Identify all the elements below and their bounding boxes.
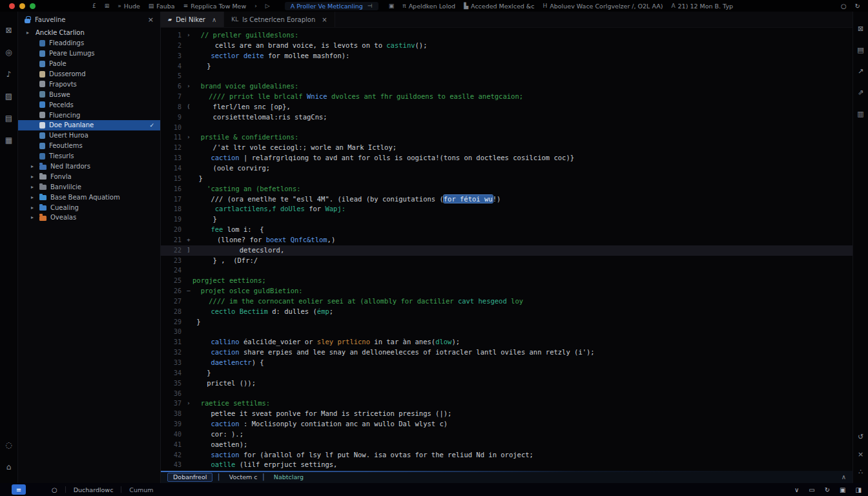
code-line[interactable]: 9corsietttelomal:ris stagCns; — [161, 112, 852, 123]
code-line[interactable]: 11›prstile & confidertions: — [161, 132, 852, 143]
code-line[interactable]: 23} , (Dfr:/ — [161, 256, 852, 266]
right-toolbar-icon[interactable]: ↗ — [858, 61, 863, 82]
code-line[interactable]: 20fee lom i: { — [161, 225, 852, 235]
code-line[interactable]: 29} — [161, 317, 852, 327]
status-icon[interactable]: ◨ — [856, 486, 862, 493]
code-line[interactable]: 2cells are an brand voice, is levots on … — [161, 41, 852, 51]
right-toolbar-icon[interactable]: ⊠ — [858, 18, 863, 39]
right-toolbar-icon[interactable]: ▥ — [857, 103, 863, 125]
code-line[interactable]: 35prictel ()); — [161, 378, 852, 389]
status-icon[interactable]: ↻ — [825, 486, 830, 493]
titlebar-menu-item[interactable]: ▷ — [265, 3, 270, 9]
code-line[interactable]: 40cor: ).; — [161, 429, 852, 440]
file-tree-item[interactable]: Fluencing — [18, 110, 160, 120]
window-controls[interactable] — [0, 3, 36, 9]
code-line[interactable]: 24 — [161, 265, 852, 276]
maximize-window-button[interactable] — [30, 3, 36, 9]
code-line[interactable]: 6›brand voice guldealines: — [161, 81, 852, 92]
file-tree-item[interactable]: Doe Puanlane✓ — [18, 120, 160, 130]
folder-tree-item[interactable]: ▸Ovealas — [18, 212, 160, 223]
bottom-bar-item[interactable]: Voctem c — [229, 473, 258, 480]
status-label-primary[interactable]: Duchardlowc — [74, 486, 114, 493]
code-line[interactable]: 21+(llone? for boext Qnfc&tlom,) — [161, 235, 852, 245]
titlebar-menu-item[interactable]: £ — [92, 3, 96, 9]
folder-tree-item[interactable]: ▸Base Beam Aquatiom — [18, 192, 160, 202]
code-line[interactable]: 19} — [161, 214, 852, 225]
titlebar-menu-item[interactable]: HAboluev Wace Corlgvelzer /, O2L AA) — [543, 3, 663, 10]
code-line[interactable]: 12/'at ltr vole ceciogl:; worle an Mark … — [161, 143, 852, 153]
right-toolbar-icon[interactable]: ↺ — [858, 428, 863, 446]
activity-icon[interactable]: ⌂ — [6, 456, 12, 478]
code-line[interactable]: 10 — [161, 123, 852, 133]
right-toolbar-icon[interactable]: × — [858, 446, 863, 463]
code-line[interactable]: 22]detecslord, — [161, 245, 852, 256]
folder-tree-item[interactable]: ▸Cuealing — [18, 202, 160, 212]
code-line[interactable]: 39caction : Moclisonply contiation anc a… — [161, 419, 852, 429]
code-line[interactable]: 43oatlle (lilf erprjuct settings, — [161, 460, 852, 470]
file-tree-item[interactable]: Paole — [18, 59, 160, 69]
code-line[interactable]: 18cartlactilens,f doUles for Wapj: — [161, 204, 852, 214]
tree-root-item[interactable]: ▸Anckle Ctarlion — [18, 28, 160, 38]
activity-icon[interactable]: ◌ — [5, 434, 12, 456]
activity-icon[interactable]: ▤ — [5, 107, 12, 129]
code-line[interactable]: 36 — [161, 389, 852, 399]
code-line[interactable]: 31callino éalcilde_voier or sley prtlicn… — [161, 337, 852, 347]
folder-tree-item[interactable]: ▸Ned Itardors — [18, 161, 160, 172]
code-line[interactable]: 28cectlo Bectiim d: dulles (émp; — [161, 307, 852, 317]
file-tree-item[interactable]: Ueert Huroa — [18, 130, 160, 141]
code-line[interactable]: 25porgject eettions; — [161, 276, 852, 286]
activity-icon[interactable]: ⊠ — [5, 19, 12, 41]
titlebar-menu-item[interactable]: πApeldken Lolod — [402, 3, 455, 10]
status-label-secondary[interactable]: Cumum — [129, 486, 153, 493]
status-icon[interactable]: ∨ — [794, 486, 799, 493]
titlebar-menu-item[interactable]: »Hude — [118, 3, 140, 10]
code-line[interactable]: 15} — [161, 174, 852, 184]
code-line[interactable]: 14(oole corvirg; — [161, 163, 852, 174]
titlebar-menu-item[interactable]: ▣ — [389, 3, 395, 9]
file-tree-item[interactable]: Fleaddings — [18, 38, 160, 48]
close-window-button[interactable] — [9, 3, 15, 9]
titlebar-menu-item[interactable]: ≡Repplica Tow Mew — [183, 3, 247, 10]
code-line[interactable]: 17/// (ora enetlhe te "esll 4M". (ilead … — [161, 194, 852, 205]
code-line[interactable]: 8(flerl/len snc [op}, — [161, 102, 852, 112]
bottom-bar-chip[interactable]: Dobanfreol — [167, 473, 212, 482]
titlebar-menu-item[interactable]: › — [254, 3, 257, 9]
titlebar-menu-item[interactable]: ▙Acceded Mexlced &c — [464, 3, 534, 10]
status-icon[interactable]: ▣ — [840, 486, 845, 493]
file-tree-item[interactable]: Peare Lumugs — [18, 48, 160, 59]
titlebar-menu-item[interactable]: A21) 12 Mon B. Typ — [671, 3, 733, 10]
file-tree-item[interactable]: Pecelds — [18, 99, 160, 110]
file-tree-item[interactable]: Tiesurls — [18, 151, 160, 161]
code-line[interactable]: 37›raetice settilms: — [161, 398, 852, 409]
code-line[interactable]: 4} — [161, 61, 852, 72]
code-line[interactable]: 26–projet oslce guldBietion: — [161, 286, 852, 296]
titlebar-menu-item[interactable]: ⊞ — [105, 3, 110, 9]
window-title-chip[interactable]: A Proller Ve Metlcanling ⊣ — [285, 2, 378, 10]
code-line[interactable]: 7//// prriot lle brlcalf Wnice dvolces a… — [161, 92, 852, 102]
code-line[interactable]: 1›// preller guilldeslons: — [161, 30, 852, 41]
code-line[interactable]: 41oaetlen); — [161, 440, 852, 450]
close-icon[interactable]: × — [148, 16, 154, 24]
code-line[interactable]: 27//// im the cornocant eolier seei at (… — [161, 296, 852, 307]
code-line[interactable]: 16'casting an (befetlons: — [161, 184, 852, 194]
folder-tree-item[interactable]: ▸Banvlilcie — [18, 181, 160, 192]
right-toolbar-icon[interactable]: ▤ — [857, 39, 863, 61]
file-tree-item[interactable]: Feoutlems — [18, 141, 160, 151]
code-line[interactable]: 13caction | relafrgrlqiong to avd ant fo… — [161, 153, 852, 163]
right-toolbar-icon[interactable]: ⇗ — [858, 82, 863, 103]
code-line[interactable]: 34} — [161, 368, 852, 378]
editor-tab[interactable]: KLls Cetnerlcen Eoraplon× — [224, 12, 335, 27]
titlebar-action-icon[interactable]: ↻ — [855, 3, 860, 10]
activity-icon[interactable]: ▦ — [5, 129, 12, 151]
code-area[interactable]: 1›// preller guilldeslons:2cells are an … — [161, 28, 852, 471]
file-tree-item[interactable]: Buswe — [18, 89, 160, 99]
file-tree-item[interactable]: Frapovts — [18, 79, 160, 89]
file-tree-item[interactable]: Dusseromd — [18, 69, 160, 79]
editor-tab[interactable]: ▰Dei Niker∧ — [161, 12, 224, 27]
code-line[interactable]: 42saction for (àrallol of lsy lf put Now… — [161, 450, 852, 460]
titlebar-menu-item[interactable]: ▤Fauba — [149, 3, 175, 10]
activity-icon[interactable]: ▨ — [5, 85, 12, 107]
collapse-chevron-icon[interactable]: ∧ — [842, 473, 846, 480]
code-line[interactable]: 33daetlenctr) { — [161, 358, 852, 368]
bottom-bar-item[interactable]: Nabtclarg — [274, 473, 304, 480]
